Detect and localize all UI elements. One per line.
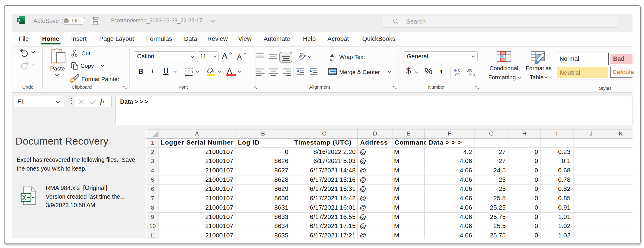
svg-text:X: X	[18, 18, 21, 22]
svg-text:.00: .00	[454, 73, 459, 77]
svg-text:c: c	[330, 57, 332, 61]
svg-text:0: 0	[458, 68, 460, 73]
svg-text:0: 0	[469, 73, 472, 77]
svg-text:.00: .00	[467, 68, 472, 73]
